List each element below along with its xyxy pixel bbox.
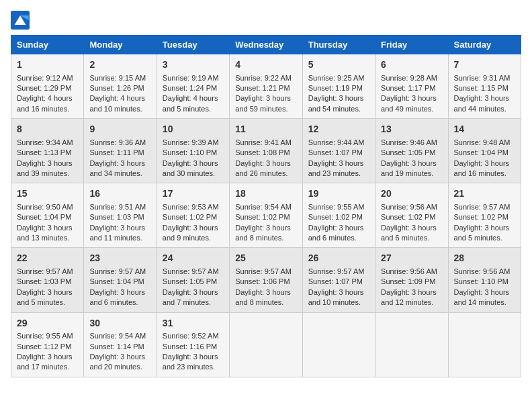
calendar-cell: 3Sunrise: 9:19 AMSunset: 1:24 PMDaylight… [157, 54, 229, 119]
daylight-text: Daylight: 3 hours and 30 minutes. [163, 159, 218, 177]
sunset-text: Sunset: 1:05 PM [381, 148, 435, 156]
sunrise-text: Sunrise: 9:34 AM [17, 138, 73, 146]
day-number: 10 [163, 123, 224, 136]
calendar-cell: 6Sunrise: 9:28 AMSunset: 1:17 PMDaylight… [375, 54, 448, 119]
calendar-cell: 19Sunrise: 9:55 AMSunset: 1:02 PMDayligh… [302, 183, 375, 248]
day-number: 18 [235, 187, 296, 201]
day-number: 20 [381, 187, 442, 201]
sunrise-text: Sunrise: 9:57 AM [163, 267, 219, 275]
daylight-text: Daylight: 3 hours and 23 minutes. [163, 353, 218, 371]
calendar-cell [375, 312, 448, 377]
calendar-cell: 16Sunrise: 9:51 AMSunset: 1:03 PMDayligh… [84, 183, 157, 248]
day-number: 17 [163, 187, 224, 201]
sunset-text: Sunset: 1:06 PM [235, 277, 290, 285]
daylight-text: Daylight: 3 hours and 7 minutes. [163, 288, 218, 306]
daylight-text: Daylight: 4 hours and 5 minutes. [163, 94, 218, 112]
calendar-week-row: 1Sunrise: 9:12 AMSunset: 1:29 PMDaylight… [11, 54, 521, 119]
sunrise-text: Sunrise: 9:55 AM [308, 203, 365, 211]
sunset-text: Sunset: 1:02 PM [454, 213, 508, 221]
column-header-thursday: Thursday [302, 36, 375, 54]
sunset-text: Sunset: 1:03 PM [89, 213, 144, 221]
column-header-friday: Friday [375, 36, 448, 54]
calendar-table: SundayMondayTuesdayWednesdayThursdayFrid… [11, 35, 521, 377]
calendar-cell: 21Sunrise: 9:57 AMSunset: 1:02 PMDayligh… [448, 183, 521, 248]
calendar-cell: 14Sunrise: 9:48 AMSunset: 1:04 PMDayligh… [448, 119, 521, 183]
sunrise-text: Sunrise: 9:41 AM [235, 138, 292, 146]
daylight-text: Daylight: 3 hours and 23 minutes. [308, 159, 364, 177]
sunset-text: Sunset: 1:15 PM [454, 84, 508, 92]
daylight-text: Daylight: 3 hours and 6 minutes. [308, 224, 364, 242]
sunrise-text: Sunrise: 9:57 AM [308, 267, 365, 275]
day-number: 21 [454, 187, 515, 201]
sunrise-text: Sunrise: 9:56 AM [381, 203, 437, 211]
column-header-monday: Monday [84, 36, 157, 54]
daylight-text: Daylight: 3 hours and 26 minutes. [235, 159, 291, 177]
calendar-cell: 5Sunrise: 9:25 AMSunset: 1:19 PMDaylight… [302, 54, 375, 119]
daylight-text: Daylight: 4 hours and 10 minutes. [89, 94, 145, 112]
day-number: 15 [17, 187, 78, 201]
day-number: 24 [163, 252, 224, 265]
daylight-text: Daylight: 4 hours and 16 minutes. [17, 94, 73, 112]
sunrise-text: Sunrise: 9:50 AM [17, 203, 73, 211]
calendar-cell [230, 312, 302, 377]
sunset-text: Sunset: 1:29 PM [17, 84, 71, 92]
sunset-text: Sunset: 1:02 PM [381, 213, 435, 221]
calendar-cell: 26Sunrise: 9:57 AMSunset: 1:07 PMDayligh… [302, 248, 375, 312]
day-number: 4 [235, 58, 296, 72]
calendar-cell: 10Sunrise: 9:39 AMSunset: 1:10 PMDayligh… [157, 119, 229, 183]
day-number: 23 [89, 252, 150, 265]
sunset-text: Sunset: 1:05 PM [163, 277, 217, 285]
sunrise-text: Sunrise: 9:57 AM [454, 203, 511, 211]
calendar-cell: 29Sunrise: 9:55 AMSunset: 1:12 PMDayligh… [11, 312, 84, 377]
sunset-text: Sunset: 1:07 PM [308, 148, 363, 156]
daylight-text: Daylight: 3 hours and 19 minutes. [381, 159, 437, 177]
calendar-cell [448, 312, 521, 377]
daylight-text: Daylight: 3 hours and 11 minutes. [89, 224, 145, 242]
day-number: 1 [17, 58, 78, 72]
sunset-text: Sunset: 1:07 PM [308, 277, 363, 285]
calendar-cell: 24Sunrise: 9:57 AMSunset: 1:05 PMDayligh… [157, 248, 229, 312]
sunrise-text: Sunrise: 9:31 AM [454, 74, 511, 82]
sunset-text: Sunset: 1:04 PM [454, 148, 508, 156]
calendar-cell: 9Sunrise: 9:36 AMSunset: 1:11 PMDaylight… [84, 119, 157, 183]
sunrise-text: Sunrise: 9:39 AM [163, 138, 219, 146]
sunrise-text: Sunrise: 9:36 AM [89, 138, 146, 146]
day-number: 25 [235, 252, 296, 265]
sunrise-text: Sunrise: 9:57 AM [17, 267, 73, 275]
calendar-cell: 11Sunrise: 9:41 AMSunset: 1:08 PMDayligh… [230, 119, 302, 183]
daylight-text: Daylight: 3 hours and 6 minutes. [381, 224, 437, 242]
sunrise-text: Sunrise: 9:25 AM [308, 74, 365, 82]
day-number: 30 [89, 317, 150, 330]
sunrise-text: Sunrise: 9:19 AM [163, 74, 219, 82]
daylight-text: Daylight: 3 hours and 8 minutes. [235, 224, 291, 242]
sunset-text: Sunset: 1:04 PM [17, 213, 71, 221]
day-number: 26 [308, 252, 369, 265]
sunset-text: Sunset: 1:14 PM [89, 342, 144, 351]
calendar-cell: 27Sunrise: 9:56 AMSunset: 1:09 PMDayligh… [375, 248, 448, 312]
calendar-week-row: 15Sunrise: 9:50 AMSunset: 1:04 PMDayligh… [11, 183, 521, 248]
calendar-cell: 7Sunrise: 9:31 AMSunset: 1:15 PMDaylight… [448, 54, 521, 119]
sunrise-text: Sunrise: 9:53 AM [163, 203, 219, 211]
day-number: 27 [381, 252, 442, 265]
calendar-cell: 18Sunrise: 9:54 AMSunset: 1:02 PMDayligh… [230, 183, 302, 248]
sunrise-text: Sunrise: 9:57 AM [235, 267, 292, 275]
daylight-text: Daylight: 3 hours and 54 minutes. [308, 94, 364, 112]
daylight-text: Daylight: 3 hours and 44 minutes. [454, 94, 510, 112]
sunrise-text: Sunrise: 9:54 AM [235, 203, 292, 211]
sunrise-text: Sunrise: 9:15 AM [89, 74, 146, 82]
day-number: 16 [89, 187, 150, 201]
calendar-cell: 28Sunrise: 9:56 AMSunset: 1:10 PMDayligh… [448, 248, 521, 312]
column-header-wednesday: Wednesday [230, 36, 302, 54]
daylight-text: Daylight: 3 hours and 17 minutes. [17, 353, 73, 371]
daylight-text: Daylight: 3 hours and 49 minutes. [381, 94, 437, 112]
sunset-text: Sunset: 1:11 PM [89, 148, 144, 156]
column-header-tuesday: Tuesday [157, 36, 229, 54]
sunset-text: Sunset: 1:17 PM [381, 84, 435, 92]
calendar-cell: 12Sunrise: 9:44 AMSunset: 1:07 PMDayligh… [302, 119, 375, 183]
daylight-text: Daylight: 3 hours and 8 minutes. [235, 288, 291, 306]
day-number: 13 [381, 123, 442, 136]
calendar-week-row: 29Sunrise: 9:55 AMSunset: 1:12 PMDayligh… [11, 312, 521, 377]
sunrise-text: Sunrise: 9:51 AM [89, 203, 146, 211]
sunset-text: Sunset: 1:02 PM [163, 213, 217, 221]
sunrise-text: Sunrise: 9:22 AM [235, 74, 292, 82]
